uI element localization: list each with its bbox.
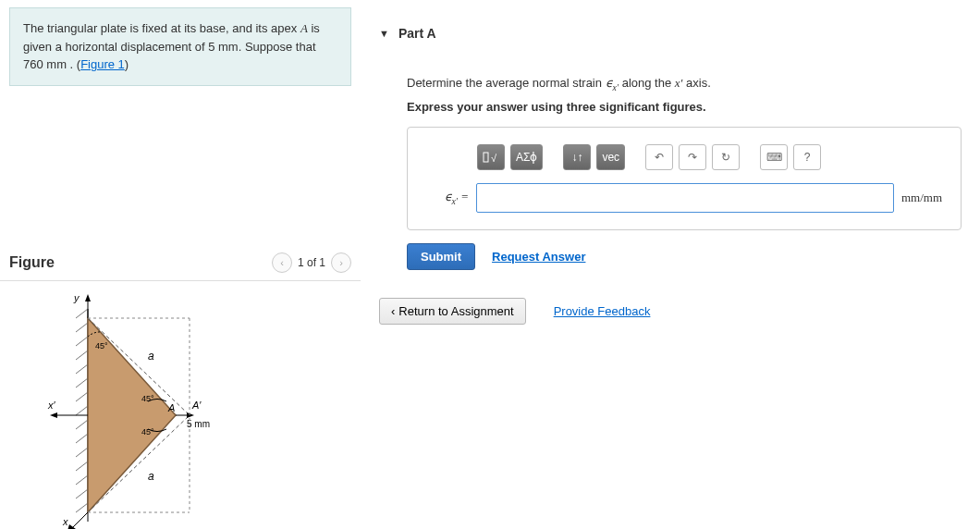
axis-xprime-label: x′	[47, 400, 56, 411]
vec-button[interactable]: vec	[596, 144, 625, 170]
svg-line-14	[76, 489, 88, 498]
angle-mid1: 45°	[141, 394, 154, 403]
svg-line-4	[76, 351, 88, 360]
help-button[interactable]: ?	[793, 144, 821, 170]
unit-label: mm/mm	[901, 191, 942, 205]
svg-line-3	[76, 337, 88, 346]
point-A: A	[167, 402, 175, 413]
submit-button[interactable]: Submit	[407, 243, 475, 270]
question-text: Determine the average normal strain ϵx′ …	[407, 76, 962, 92]
subscript-button[interactable]: ↓↑	[563, 144, 591, 170]
figure-title: Figure	[9, 254, 55, 271]
figure-next-button[interactable]: ›	[331, 252, 351, 273]
axis-x-label: x	[62, 516, 68, 527]
undo-button[interactable]: ↶	[645, 144, 673, 170]
axis-symbol: x′	[675, 76, 683, 90]
problem-text-after: )	[125, 57, 129, 71]
problem-text: The triangular plate is fixed at its bas…	[23, 21, 300, 35]
keyboard-button[interactable]: ⌨	[760, 144, 788, 170]
svg-marker-18	[85, 294, 91, 301]
return-button[interactable]: ‹ Return to Assignment	[379, 298, 526, 325]
part-header[interactable]: ▼ Part A	[379, 26, 962, 48]
point-Aprime: A′	[191, 400, 202, 411]
svg-marker-20	[50, 412, 57, 418]
collapse-icon: ▼	[379, 28, 389, 39]
figure-link[interactable]: Figure 1	[80, 57, 125, 71]
feedback-link[interactable]: Provide Feedback	[554, 304, 651, 318]
axis-y-label: y	[73, 292, 80, 303]
svg-marker-24	[187, 412, 194, 418]
request-answer-link[interactable]: Request Answer	[492, 250, 585, 264]
templates-button[interactable]: √	[477, 144, 505, 170]
greek-button[interactable]: ΑΣϕ	[510, 144, 543, 170]
svg-line-1	[76, 309, 88, 318]
svg-line-12	[76, 461, 88, 471]
reset-button[interactable]: ↻	[712, 144, 740, 170]
svg-line-7	[76, 392, 88, 401]
figure-prev-button[interactable]: ‹	[272, 252, 292, 273]
answer-box: √ ΑΣϕ ↓↑ vec ↶ ↷ ↻ ⌨ ? ϵx′ =	[407, 127, 962, 230]
part-title: Part A	[398, 26, 436, 41]
redo-button[interactable]: ↷	[679, 144, 706, 170]
svg-line-5	[76, 364, 88, 374]
svg-text:√: √	[491, 153, 497, 164]
problem-statement: The triangular plate is fixed at its bas…	[9, 7, 351, 86]
side-a-top: a	[148, 350, 154, 363]
svg-line-2	[76, 323, 88, 332]
equation-label: ϵx′ =	[426, 190, 469, 206]
svg-line-10	[76, 434, 88, 443]
answer-input[interactable]	[476, 183, 894, 213]
chevron-left-icon: ‹	[391, 304, 395, 318]
equation-toolbar: √ ΑΣϕ ↓↑ vec ↶ ↷ ↻ ⌨ ?	[426, 144, 942, 170]
svg-line-13	[76, 475, 88, 485]
apex-var: A	[300, 21, 308, 35]
angle-top: 45°	[95, 341, 108, 351]
svg-rect-28	[484, 153, 488, 162]
svg-line-15	[76, 503, 88, 512]
instruction-text: Express your answer using three signific…	[407, 100, 962, 114]
figure-nav-text: 1 of 1	[298, 256, 325, 269]
svg-line-9	[76, 420, 88, 429]
figure-nav: ‹ 1 of 1 ›	[272, 252, 351, 273]
angle-mid2: 45°	[141, 427, 154, 437]
disp-label: 5 mm	[187, 419, 210, 429]
strain-symbol: ϵx′	[606, 76, 619, 90]
svg-line-8	[76, 406, 88, 415]
side-a-bot: a	[148, 470, 154, 483]
svg-line-6	[76, 378, 88, 388]
figure-image: y x′ x 45° 45° 45° a a A A′ 5	[0, 281, 361, 530]
svg-line-11	[76, 448, 88, 457]
